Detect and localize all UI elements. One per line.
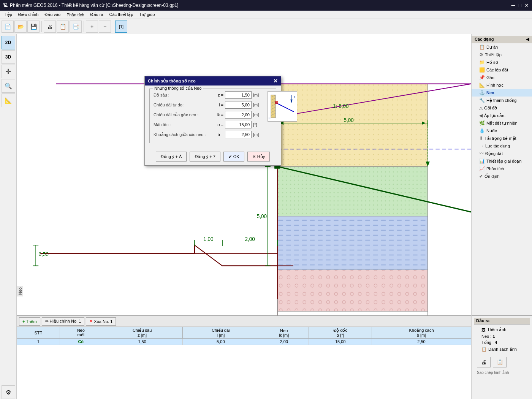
measure-button[interactable]: 📐 [2, 93, 15, 107]
toolbar-separator-2 [84, 21, 84, 32]
right-sidebar: Các dạng ◀ 📋 Dự án ⚙ Thiết lập 📁 Hồ sơ 🟨… [471, 34, 532, 399]
print-output-button[interactable]: 🖨 [477, 357, 491, 367]
ok-label: OK [233, 154, 239, 159]
sidebar-item-mat-dat-tu-nhien[interactable]: 🌿 Mặt đất tự nhiên [472, 119, 532, 127]
edit-neo-dialog[interactable]: Chỉnh sửa thông số neo ✕ Nhưng thông số … [144, 76, 281, 166]
open-button[interactable]: 📂 [14, 21, 27, 33]
copy-button[interactable]: 📋 [57, 21, 69, 33]
save-button[interactable]: 💾 [27, 21, 40, 33]
menu-dieu-chinh[interactable]: Điều chỉnh [15, 11, 41, 18]
sidebar-item-thiet-lap-giai-doan[interactable]: 📊 Thiết lập giai đoạn [472, 157, 532, 165]
sidebar-item-goi-do[interactable]: △ Gối đỡ [472, 104, 532, 112]
move-button[interactable]: ✛ [2, 65, 15, 78]
maximize-btn[interactable]: □ [518, 2, 521, 8]
anchor-diagram-svg: z b [268, 92, 297, 121]
input-alpha[interactable] [225, 121, 252, 128]
dialog-titlebar: Chỉnh sửa thông số neo ✕ [145, 76, 281, 86]
table-row[interactable]: 1 Có 1,50 5,00 2,00 15,00 2,50 [17, 339, 471, 345]
hieu-chinh-button[interactable]: ✏ Hiệu chỉnh No. 1 [42, 317, 85, 326]
add-image-item[interactable]: 🖼 Thêm ảnh [474, 326, 530, 333]
sidebar-item-luc-tac-dung[interactable]: → Lực tác dụng [472, 142, 532, 150]
stability-icon: ✔ [479, 174, 483, 179]
sidebar-item-neo[interactable]: ⚓ Neo [472, 89, 532, 97]
svg-text:1,00: 1,00 [203, 236, 214, 242]
neo-count: Neo : 1 [474, 333, 530, 339]
input-z[interactable] [225, 91, 252, 99]
print-button[interactable]: 🖨 [44, 21, 56, 33]
sidebar-item-ho-so[interactable]: 📁 Hồ sơ [472, 59, 532, 66]
input-lk[interactable] [225, 111, 252, 119]
menu-cac-thiet-lap[interactable]: Các thiết lập [106, 11, 136, 18]
menu-phan-tich[interactable]: Phân tích [63, 12, 87, 18]
input-b[interactable] [225, 131, 252, 138]
dong-y-7-button[interactable]: Đồng ý + 7 [190, 152, 220, 162]
view-2d-button[interactable]: 2D [2, 36, 15, 49]
xoa-button[interactable]: ✕ Xóa No. 1 [86, 317, 116, 326]
col-chieu-sau: Chiều sâuz [m] [102, 327, 182, 339]
sidebar-item-he-thanh-chong[interactable]: 🔧 Hệ thanh chống [472, 97, 532, 104]
toolbar: 📄 📂 💾 🖨 📋 📑 + − [1] [0, 19, 532, 34]
analysis-icon: 📈 [479, 166, 485, 171]
settings-button[interactable]: ⚙ [2, 385, 15, 399]
dialog-title: Chỉnh sửa thông số neo [148, 79, 196, 84]
zoom-out-button[interactable]: − [99, 21, 111, 33]
sidebar-item-tai-trong-be-mat[interactable]: ⬇ Tải trọng bề mặt [472, 135, 532, 142]
menubar: Tệp Điều chỉnh Đầu vào Phân tích Đầu ra … [0, 11, 532, 19]
bottom-panel: + Thêm ✏ Hiệu chỉnh No. 1 ✕ Xóa No. 1 ST… [17, 315, 471, 399]
svg-marker-64 [290, 100, 293, 103]
sidebar-item-dong-dat[interactable]: 〰 Động đất [472, 150, 532, 157]
minimize-btn[interactable]: ─ [511, 2, 515, 8]
ok-button[interactable]: ✔ OK [223, 152, 244, 162]
menu-tep[interactable]: Tệp [2, 11, 15, 18]
sidebar-item-on-dinh[interactable]: ✔ Ổn định [472, 173, 532, 180]
input-l[interactable] [225, 101, 252, 109]
sidebar-item-gan[interactable]: 📌 Gán [472, 74, 532, 81]
dialog-group-title: Nhưng thông số của Neo [153, 86, 203, 91]
dialog-fields-col: Độ sâu : z = [m] Chiều dài tự do : l = [… [154, 91, 264, 141]
menu-dau-ra[interactable]: Đầu ra [87, 11, 106, 18]
title-controls[interactable]: ─ □ ✕ [511, 2, 529, 8]
edit-icon: ✏ [45, 319, 49, 324]
svg-text:5,00: 5,00 [257, 213, 267, 219]
view-3d-button[interactable]: 3D [2, 50, 15, 64]
huy-button[interactable]: ✕ Hủy [247, 152, 270, 162]
dong-y-a-button[interactable]: Đồng ý + Ā [156, 152, 187, 162]
dialog-row-l: Chiều dài tự do : l = [m] [154, 101, 264, 109]
new-button[interactable]: 📄 [2, 21, 14, 33]
close-btn[interactable]: ✕ [524, 2, 529, 8]
strut-icon: 🔧 [479, 98, 485, 103]
cell-chieu-sau: 1,50 [102, 339, 182, 345]
copy-output-button[interactable]: 📋 [493, 357, 507, 367]
data-table: STT Neomới Chiều sâuz [m] Chiều dàil [m]… [17, 327, 471, 399]
sidebar-item-ap-luc-can[interactable]: ◀ Áp lực cản. [472, 112, 532, 119]
them-button[interactable]: + Thêm [19, 317, 40, 326]
zoom-in-button[interactable]: + [86, 21, 98, 33]
pin-icon: 📌 [479, 75, 485, 80]
sidebar-item-du-an[interactable]: 📋 Dự án [472, 43, 532, 51]
frame-button[interactable]: [1] [115, 21, 127, 33]
dong-y-a-label: Đồng ý + Ā [161, 154, 182, 159]
sidebar-header: Các dạng ◀ [472, 36, 532, 43]
svg-text:2,00: 2,00 [245, 236, 255, 242]
svg-rect-60 [275, 101, 278, 104]
cell-chieu-dai: 5,00 [182, 339, 259, 345]
zoom-button[interactable]: 🔍 [2, 79, 15, 93]
dialog-close-button[interactable]: ✕ [273, 78, 278, 84]
paste-button[interactable]: 📑 [70, 21, 82, 33]
menu-dau-vao[interactable]: Đầu vào [41, 11, 63, 18]
col-do-doc: Độ dốcα [°] [309, 327, 372, 339]
ground-icon: 🌿 [479, 120, 485, 126]
output-buttons: 🖨 📋 [474, 353, 530, 370]
toolbar-separator-1 [41, 21, 42, 32]
sidebar-item-cac-lop-dat[interactable]: 🟨 Các lớp đất [472, 66, 532, 74]
sidebar-collapse-icon[interactable]: ◀ [526, 37, 529, 42]
sidebar-item-thiet-lap[interactable]: ⚙ Thiết lập [472, 51, 532, 59]
menu-tro-giup[interactable]: Trợ giúp [136, 11, 158, 18]
folder-icon: 📋 [479, 44, 485, 50]
danh-sach-anh-item[interactable]: 📋 Danh sách ảnh [474, 346, 530, 353]
sidebar-item-nuoc[interactable]: 💧 Nước [472, 127, 532, 135]
sidebar-item-phan-tich[interactable]: 📈 Phân tích [472, 165, 532, 173]
window-title: Phần mềm GEO5 2016 - Thiết kế hàng vân c… [10, 3, 178, 8]
output-header: Đầu ra [474, 318, 530, 325]
sidebar-item-hinh-hoc[interactable]: 📐 Hình học [472, 81, 532, 89]
